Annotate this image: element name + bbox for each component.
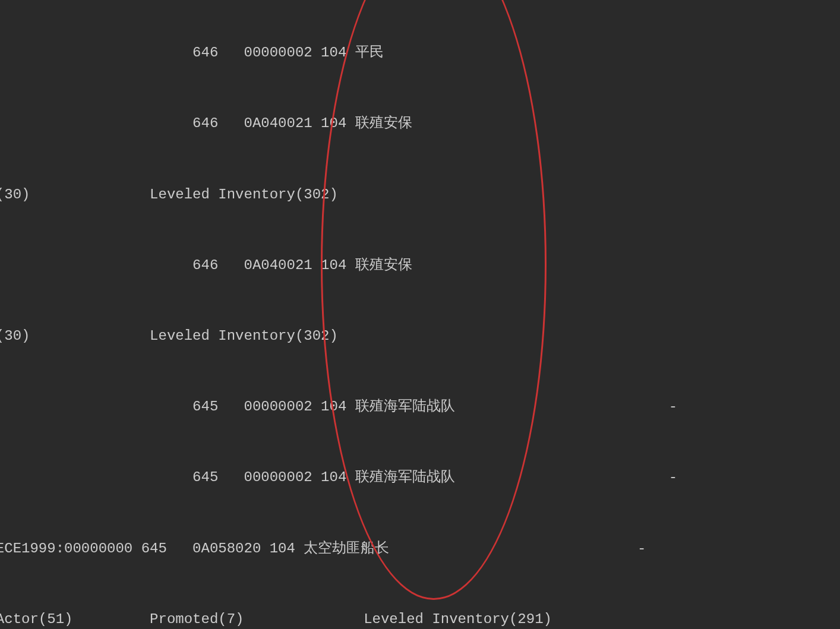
log-line: Actor(51) Promoted(7) Leveled Inventory(… bbox=[0, 608, 840, 629]
log-line: 646 00000002 104 平民 bbox=[0, 41, 840, 65]
log-line: d(30) Leveled Inventory(302) bbox=[0, 324, 840, 348]
log-line: 646 0A040021 104 联殖安保 bbox=[0, 254, 840, 277]
log-line: CECE1999:00000000 645 0A058020 104 太空劫匪船… bbox=[0, 537, 840, 561]
console-output: 646 00000002 104 平民 646 0A040021 104 联殖安… bbox=[0, 0, 840, 629]
log-line: 645 00000002 104 联殖海军陆战队 - bbox=[0, 466, 840, 489]
log-line: 646 0A040021 104 联殖安保 bbox=[0, 112, 840, 135]
log-line: 645 00000002 104 联殖海军陆战队 - bbox=[0, 395, 840, 419]
log-line: d(30) Leveled Inventory(302) bbox=[0, 183, 840, 207]
